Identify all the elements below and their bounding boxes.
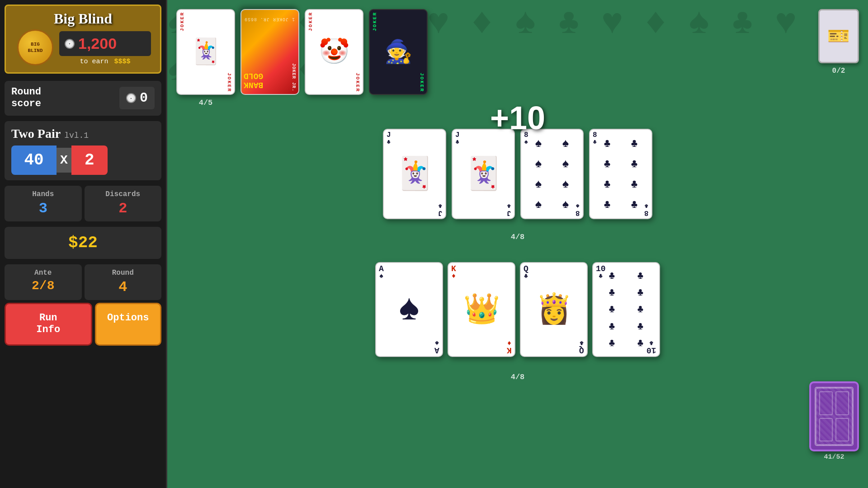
blind-score-value: 1,200: [78, 35, 117, 52]
hand-level: lvl.1: [64, 131, 89, 140]
chip-icon: ✦: [65, 39, 75, 49]
ante-box: Ante 2/8: [5, 264, 82, 300]
card1-br: J ♣: [438, 203, 443, 216]
money-value: $22: [11, 234, 155, 252]
voucher-count: 0/2: [832, 67, 845, 75]
joker2-num: 1 JOKER JR. 86S9: [244, 17, 295, 22]
hands-stat: Hands 3: [5, 186, 82, 221]
hcard2-face: 👑: [448, 263, 514, 356]
card1-tl: J ♣: [387, 131, 391, 145]
blind-earn-row: to earn $$$$: [59, 58, 151, 66]
hand-cards: A ♠ ♠ A ♠ K ♦ 👑 K ♦: [375, 262, 660, 357]
hcard3-tl: Q ♣: [524, 265, 528, 280]
joker3-label-br: JOKER: [355, 73, 360, 92]
discards-stat: Discards 2: [85, 186, 162, 221]
joker4-label-br: JOKER: [419, 73, 425, 92]
card4-pips: ♣♣ ♣♣ ♣♣ ♣♣: [590, 130, 651, 218]
round-box: Round 4: [85, 264, 162, 300]
joker4-label-tl: JOKER: [372, 12, 377, 31]
played-card-1[interactable]: J ♣ 🃏 J ♣: [383, 129, 446, 219]
hand-mult: 2: [71, 145, 108, 175]
card2-tl: J ♣: [455, 131, 460, 145]
voucher-stack: 🎫 0/2: [818, 9, 859, 75]
joker-slot-3[interactable]: JOKER JOKER 🤡: [305, 9, 363, 95]
hcard1-center: ♠: [376, 263, 442, 356]
deck-diamonds: [819, 391, 849, 441]
blind-coin: BIGBLIND: [17, 29, 53, 66]
card3-br: 8 ♠: [576, 203, 580, 216]
hand-values-row: 40 X 2: [11, 145, 155, 175]
main-area: JOKER JOKER 🃏 4/5 JOKER JR. BANKGOLD 1 J…: [167, 0, 868, 488]
joker-slot-4[interactable]: JOKER JOKER 🧙: [369, 9, 428, 95]
joker4-art: 🧙: [370, 10, 427, 94]
joker-slot-1[interactable]: JOKER JOKER 🃏 4/5: [176, 9, 235, 107]
hand-card-3[interactable]: Q ♣ 👸 Q ♣: [520, 262, 588, 357]
deck-card[interactable]: [809, 381, 859, 451]
joker-area: JOKER JOKER 🃏 4/5 JOKER JR. BANKGOLD 1 J…: [176, 9, 859, 107]
played-card-3[interactable]: 8 ♠ ♠♠ ♠♠ ♠♠ ♠♠ 8 ♠: [520, 129, 584, 219]
hcard2-br: K ♦: [507, 339, 512, 354]
right-buttons: Options: [95, 303, 162, 346]
hand-mult-x: X: [57, 148, 71, 173]
joker-card-4[interactable]: JOKER JOKER 🧙: [369, 9, 428, 95]
blind-score-details: ✦ 1,200 to earn $$$$: [59, 29, 151, 66]
stats-row: Hands 3 Discards 2: [5, 186, 161, 221]
deck-area[interactable]: 41/52: [809, 381, 859, 461]
hand-card-2[interactable]: K ♦ 👑 K ♦: [448, 262, 515, 357]
hcard2-tl: K ♦: [451, 265, 456, 280]
round-label: Round: [91, 269, 155, 277]
discards-value: 2: [91, 200, 155, 217]
earn-label: to earn: [80, 58, 108, 66]
deck-count: 41/52: [824, 453, 844, 461]
hand-cards-wrapper: A ♠ ♠ A ♠ K ♦ 👑 K ♦: [375, 262, 660, 381]
round-score-section: Roundscore ✦ 0: [5, 81, 161, 116]
joker-slot-2[interactable]: JOKER JR. BANKGOLD 1 JOKER JR. 86S9: [241, 9, 299, 95]
played-cards: J ♣ 🃏 J ♣ J ♣ 🃏 J ♣: [383, 129, 652, 219]
hcard1-br: A ♠: [434, 339, 439, 354]
ante-round-row: Ante 2/8 Round 4: [5, 264, 161, 300]
voucher-area: 🎫 0/2: [818, 9, 859, 75]
joker-slots: JOKER JOKER 🃏 4/5 JOKER JR. BANKGOLD 1 J…: [176, 9, 428, 107]
blind-info-row: BIGBLIND ✦ 1,200 to earn $$$$: [13, 27, 153, 68]
blind-score-box: ✦ 1,200: [59, 31, 151, 56]
hand-name-row: Two Pair lvl.1: [11, 127, 155, 141]
hcard1-tl: A ♠: [379, 265, 384, 280]
hcard4-br: 10 ♣: [646, 339, 656, 354]
run-info-btn[interactable]: RunInfo: [5, 303, 92, 346]
played-count: 4/8: [383, 233, 652, 241]
card4-br: 8 ♣: [644, 203, 649, 216]
joker3-label-tl: JOKER: [308, 12, 313, 31]
voucher-card[interactable]: 🎫: [818, 9, 859, 63]
money-box: $22: [5, 227, 161, 259]
card2-face: 🃏: [453, 130, 514, 218]
joker-card-3[interactable]: JOKER JOKER 🤡: [305, 9, 363, 95]
round-score-value-box: ✦ 0: [119, 87, 155, 109]
blind-header: Big Blind BIGBLIND ✦ 1,200 to earn $$$$: [5, 5, 161, 74]
hand-card-4[interactable]: 10 ♣ ♣♣ ♣♣ ♣♣ ♣♣ ♣♣ 10 ♣: [592, 262, 660, 357]
joker1-label-br: JOKER: [226, 73, 232, 92]
joker-card-1[interactable]: JOKER JOKER 🃏: [176, 9, 235, 95]
hand-section: Two Pair lvl.1 40 X 2: [5, 121, 161, 180]
round-value: 4: [91, 279, 155, 296]
round-score-num: 0: [140, 90, 148, 106]
played-card-4[interactable]: 8 ♣ ♣♣ ♣♣ ♣♣ ♣♣ 8 ♣: [589, 129, 652, 219]
hcard3-br: Q ♣: [579, 339, 584, 354]
sidebar: Big Blind BIGBLIND ✦ 1,200 to earn $$$$ …: [0, 0, 167, 488]
joker-count: 4/5: [199, 99, 213, 107]
hcard4-tl: 10 ♣: [596, 265, 606, 280]
played-card-2[interactable]: J ♣ 🃏 J ♣: [452, 129, 515, 219]
earn-value: $$$$: [114, 58, 131, 66]
hands-label: Hands: [11, 190, 75, 198]
options-btn[interactable]: Options: [95, 303, 162, 346]
ante-label: Ante: [11, 269, 75, 277]
hand-card-1[interactable]: A ♠ ♠ A ♠: [375, 262, 443, 357]
discards-label: Discards: [91, 190, 155, 198]
hcard3-face: 👸: [521, 263, 587, 356]
joker-card-2[interactable]: JOKER JR. BANKGOLD 1 JOKER JR. 86S9: [241, 9, 299, 95]
card4-tl: 8 ♣: [593, 131, 597, 145]
action-buttons: RunInfo Options: [5, 303, 161, 346]
card2-br: J ♣: [507, 203, 511, 216]
joker2-label: JOKER JR.: [291, 63, 296, 92]
joker1-art: 🃏: [177, 10, 234, 94]
joker1-label-tl: JOKER: [179, 12, 185, 31]
